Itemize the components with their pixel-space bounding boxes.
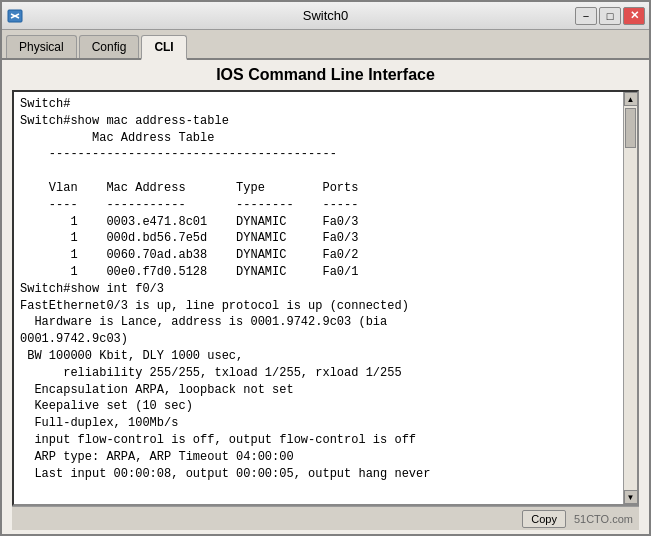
title-bar: Switch0 − □ ✕: [2, 2, 649, 30]
copy-button[interactable]: Copy: [522, 510, 566, 528]
tab-bar: Physical Config CLI: [2, 30, 649, 60]
minimize-button[interactable]: −: [575, 7, 597, 25]
scrollbar-track[interactable]: [624, 106, 637, 490]
scroll-down-button[interactable]: ▼: [624, 490, 638, 504]
app-icon: [6, 7, 24, 25]
watermark: 51CTO.com: [574, 513, 633, 525]
page-title: IOS Command Line Interface: [12, 66, 639, 84]
window-controls: − □ ✕: [575, 7, 645, 25]
bottom-bar: Copy 51CTO.com: [12, 506, 639, 530]
terminal-output[interactable]: Switch# Switch#show mac address-table Ma…: [14, 92, 623, 504]
tab-physical[interactable]: Physical: [6, 35, 77, 58]
main-content: IOS Command Line Interface Switch# Switc…: [2, 60, 649, 534]
scroll-up-button[interactable]: ▲: [624, 92, 638, 106]
tab-cli[interactable]: CLI: [141, 35, 186, 60]
terminal-container[interactable]: Switch# Switch#show mac address-table Ma…: [12, 90, 639, 506]
window: Switch0 − □ ✕ Physical Config CLI IOS Co…: [0, 0, 651, 536]
scrollbar-thumb[interactable]: [625, 108, 636, 148]
title-bar-left: [6, 7, 24, 25]
window-title: Switch0: [2, 8, 649, 23]
tab-config[interactable]: Config: [79, 35, 140, 58]
close-button[interactable]: ✕: [623, 7, 645, 25]
maximize-button[interactable]: □: [599, 7, 621, 25]
scrollbar[interactable]: ▲ ▼: [623, 92, 637, 504]
